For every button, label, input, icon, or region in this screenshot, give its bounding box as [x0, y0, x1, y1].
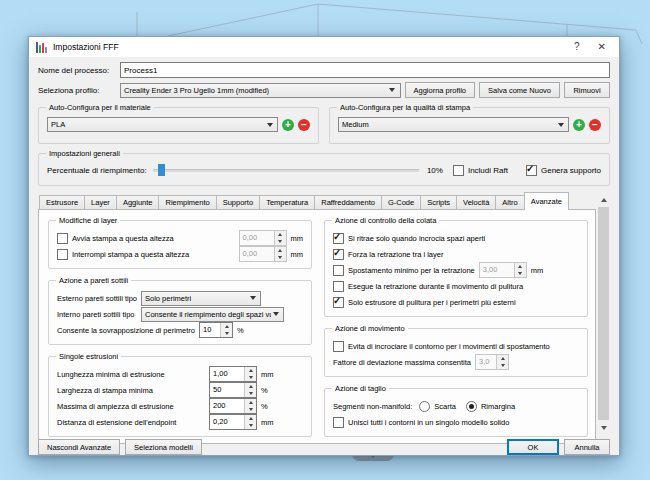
- spinner-arrows-icon[interactable]: [220, 323, 232, 337]
- add-quality-button[interactable]: +: [573, 119, 585, 131]
- spinner-arrows-icon[interactable]: [244, 399, 256, 413]
- profile-select[interactable]: Creality Ender 3 Pro Ugello 1mm (modifie…: [120, 83, 401, 98]
- add-material-button[interactable]: +: [282, 119, 294, 131]
- perimeter-overlap-spinner[interactable]: 10: [199, 322, 233, 338]
- endpoint-extension-spinner[interactable]: 0,20: [209, 414, 257, 430]
- tab-bar: Estrusore Layer Aggiunte Riempimento Sup…: [38, 193, 596, 210]
- stop-printing-checkbox[interactable]: [57, 249, 68, 260]
- endpoint-extension-unit: mm: [261, 418, 274, 427]
- generate-support-checkbox[interactable]: [526, 165, 537, 176]
- avoid-crossing-checkbox[interactable]: [333, 341, 344, 352]
- profile-label: Seleziona profilo:: [38, 86, 116, 95]
- spinner-arrows-icon[interactable]: [244, 383, 256, 397]
- movement-title: Azione di movimento: [332, 324, 408, 333]
- external-thin-wall-select[interactable]: Solo perimetri: [141, 291, 261, 306]
- perimeter-overlap-unit: %: [237, 326, 244, 335]
- stop-printing-label: Interrompi stampa a questa altezza: [72, 250, 189, 259]
- scroll-up-icon[interactable]: [597, 193, 610, 206]
- internal-thin-wall-select[interactable]: Consente il riempimento degli spazi vuot…: [141, 307, 284, 322]
- remove-material-button[interactable]: −: [298, 119, 310, 131]
- wipe-outer-perimeters-row: Solo estrusore di pulitura per i perimet…: [333, 294, 579, 310]
- discard-radio[interactable]: [419, 401, 430, 412]
- tab-altro[interactable]: Altro: [495, 195, 524, 210]
- spinner-arrows-icon[interactable]: [514, 263, 526, 277]
- spinner-arrows-icon[interactable]: [274, 247, 286, 261]
- slicing-title: Azione di taglio: [332, 384, 389, 393]
- quality-select[interactable]: Medium: [338, 117, 569, 132]
- min-print-width-value: 50: [210, 383, 244, 397]
- min-travel-retraction-row: Spostamento minimo per la retrazione 3,0…: [333, 262, 579, 278]
- start-printing-label: Avvia stampa a questa altezza: [72, 234, 174, 243]
- include-raft-checkbox[interactable]: [453, 165, 464, 176]
- ok-button[interactable]: OK: [507, 439, 559, 455]
- spinner-arrows-icon[interactable]: [244, 415, 256, 429]
- auto-material-title: Auto-Configura per il materiale: [46, 103, 154, 112]
- tab-aggiunte[interactable]: Aggiunte: [116, 195, 160, 210]
- tab-riempimento[interactable]: Riempimento: [158, 195, 216, 210]
- tab-scripts[interactable]: Scripts: [420, 195, 457, 210]
- internal-thin-wall-label: Interno pareti sottili tipo: [57, 310, 137, 319]
- tab-layer[interactable]: Layer: [84, 195, 117, 210]
- scrollbar-thumb[interactable]: [598, 207, 609, 420]
- max-extrusion-width-spinner[interactable]: 200: [209, 398, 257, 414]
- min-extrusion-length-spinner[interactable]: 1,00: [209, 366, 257, 382]
- process-name-label: Nome del processo:: [38, 66, 116, 75]
- vertical-scrollbar[interactable]: [597, 193, 610, 434]
- spinner-arrows-icon[interactable]: [496, 355, 508, 369]
- spinner-arrows-icon[interactable]: [274, 231, 286, 245]
- max-extrusion-width-unit: %: [261, 402, 268, 411]
- scroll-down-icon[interactable]: [597, 421, 610, 434]
- max-extrusion-width-value: 200: [210, 399, 244, 413]
- process-name-input[interactable]: [120, 62, 610, 78]
- tab-temperatura[interactable]: Temperatura: [259, 195, 315, 210]
- retract-open-spaces-row: Si ritrae solo quando incrocia spazi ape…: [333, 230, 579, 246]
- retract-open-spaces-label: Si ritrae solo quando incrocia spazi ape…: [348, 234, 485, 243]
- min-travel-retraction-checkbox[interactable]: [333, 265, 344, 276]
- tab-avanzate[interactable]: Avanzate: [524, 192, 569, 210]
- ooze-control-group: Azione di controllo della colata Si ritr…: [324, 220, 588, 317]
- internal-thin-wall-value: Consente il riempimento degli spazi vuot…: [145, 310, 271, 319]
- tab-supporto[interactable]: Supporto: [216, 195, 260, 210]
- tab-raffreddamento[interactable]: Raffreddamento: [314, 195, 382, 210]
- tab-velocita[interactable]: Velocità: [456, 195, 496, 210]
- update-profile-button[interactable]: Aggiorna profilo: [405, 82, 476, 98]
- cancel-button[interactable]: Annulla: [564, 439, 610, 455]
- min-travel-retraction-spinner[interactable]: 3,00: [479, 262, 527, 278]
- slider-handle[interactable]: [158, 164, 165, 176]
- tab-gcode[interactable]: G-Code: [381, 195, 421, 210]
- min-print-width-spinner[interactable]: 50: [209, 382, 257, 398]
- external-thin-wall-label: Esterno pareti sottili tipo: [57, 294, 137, 303]
- start-height-value: 0,00: [240, 231, 274, 245]
- ooze-control-title: Azione di controllo della colata: [332, 216, 439, 225]
- hide-advanced-button[interactable]: Nascondi Avanzate: [38, 439, 120, 455]
- start-printing-checkbox[interactable]: [57, 233, 68, 244]
- max-deviation-spinner[interactable]: 3,0: [475, 354, 509, 370]
- start-height-spinner[interactable]: 0,00: [239, 230, 287, 246]
- stop-height-spinner[interactable]: 0,00: [239, 246, 287, 262]
- stop-height-value: 0,00: [240, 247, 274, 261]
- help-button[interactable]: ?: [568, 38, 586, 56]
- min-extrusion-length-value: 1,00: [210, 367, 244, 381]
- force-retraction-checkbox[interactable]: [333, 249, 344, 260]
- wipe-retraction-row: Esegue la retrazione durante il moviment…: [333, 278, 579, 294]
- tab-estrusore[interactable]: Estrusore: [39, 195, 85, 210]
- max-deviation-label: Fattore di deviazione massima consentita: [333, 358, 471, 367]
- min-print-width-label: Larghezza di stampa minima: [57, 386, 205, 395]
- save-as-new-button[interactable]: Salva come Nuovo: [479, 82, 560, 98]
- endpoint-extension-label: Distanza di estensione dell'endpoint: [57, 418, 205, 427]
- infill-slider[interactable]: [151, 163, 421, 177]
- merge-outlines-row: Unisci tutti i contorni in un singolo mo…: [333, 414, 579, 430]
- select-models-button[interactable]: Seleziona modelli: [125, 439, 202, 455]
- remove-quality-button[interactable]: −: [589, 119, 601, 131]
- close-button[interactable]: ✕: [592, 38, 612, 56]
- remove-profile-button[interactable]: Rimuovi: [564, 82, 610, 98]
- retract-open-spaces-checkbox[interactable]: [333, 233, 344, 244]
- material-select[interactable]: PLA: [47, 117, 278, 132]
- merge-outlines-checkbox[interactable]: [333, 417, 344, 428]
- stop-printing-row: Interrompi stampa a questa altezza 0,00 …: [57, 246, 303, 262]
- wipe-outer-perimeters-checkbox[interactable]: [333, 297, 344, 308]
- spinner-arrows-icon[interactable]: [244, 367, 256, 381]
- wipe-retraction-checkbox[interactable]: [333, 281, 344, 292]
- heal-radio[interactable]: [466, 401, 477, 412]
- profile-value: Creality Ender 3 Pro Ugello 1mm (modifie…: [124, 86, 388, 95]
